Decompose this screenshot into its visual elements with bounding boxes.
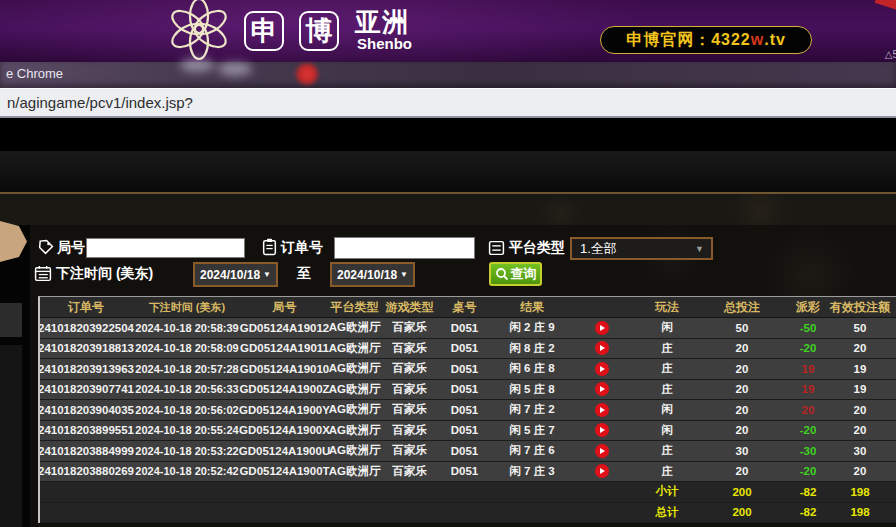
glow-decoration: [218, 62, 252, 76]
cell-play-type: 闲: [632, 318, 702, 338]
cell-order-no: 241018203922504: [40, 318, 132, 338]
badge-suffix: .tv: [764, 31, 786, 49]
cell-payout: 19: [782, 359, 834, 379]
cell-total-bet: 20: [702, 421, 782, 441]
cell-result: 闲 8 庄 2: [492, 339, 572, 359]
cell-replay: [572, 421, 632, 441]
cell-game-type: 百家乐: [382, 359, 437, 379]
brand-header: 申 博 亚洲 Shenbo 申博官网：4322w.tv △5: [0, 0, 896, 62]
glow-decoration: [180, 58, 214, 72]
url-text[interactable]: n/agingame/pcv1/index.jsp?: [7, 94, 193, 111]
corner-hint-text: △5: [885, 49, 896, 60]
total-payout: -82: [782, 503, 834, 523]
bet-time-label: 下注时间 (美东): [56, 265, 153, 283]
bet-records-table: 订单号 下注时间 (美东) 局号 平台类型 游戏类型 桌号 结果 玩法 总投注 …: [38, 296, 896, 523]
cell-replay: [572, 359, 632, 379]
cell-status: 详: [886, 421, 896, 441]
table-row: 241018203918813 2024-10-18 20:58:09 GD05…: [40, 339, 896, 360]
cell-total-bet: 20: [702, 359, 782, 379]
official-site-badge[interactable]: 申博官网：4322w.tv: [600, 26, 812, 54]
col-play-type: 玩法: [632, 297, 702, 317]
table-row: 241018203884999 2024-10-18 20:53:22 GD05…: [40, 441, 896, 462]
cell-platform-type: AG欧洲厅: [327, 421, 382, 441]
replay-play-button[interactable]: [595, 321, 609, 335]
cell-game-type: 百家乐: [382, 339, 437, 359]
to-label: 至: [297, 265, 311, 283]
gray-block-decoration: [0, 303, 22, 337]
table-body: 241018203922504 2024-10-18 20:58:39 GD05…: [40, 318, 896, 482]
date-from-picker[interactable]: 2024/10/18 ▼: [193, 262, 278, 287]
cell-bet-time: 2024-10-18 20:58:39: [132, 318, 242, 338]
cell-result: 闲 5 庄 7: [492, 421, 572, 441]
badge-prefix: 申博官网：: [626, 30, 711, 51]
cell-result: 闲 5 庄 8: [492, 380, 572, 400]
platform-type-label: 平台类型: [509, 239, 565, 257]
cell-payout: 20: [782, 400, 834, 420]
cell-valid-bet: 20: [834, 339, 886, 359]
replay-play-button[interactable]: [595, 362, 609, 376]
cell-status: 详: [886, 380, 896, 400]
cell-order-no: 241018203880269: [40, 462, 132, 482]
cell-status: 详: [886, 359, 896, 379]
cell-order-no: 241018203899551: [40, 421, 132, 441]
subtotal-label: 小计: [632, 482, 702, 502]
cell-game-no: GD05124A1900U: [242, 441, 327, 461]
badge-number: 4322: [711, 31, 751, 49]
subtotal-payout: -82: [782, 482, 834, 502]
tag-icon: [37, 239, 54, 256]
browser-tab-strip: e Chrome: [0, 62, 896, 88]
cell-order-no: 241018203884999: [40, 441, 132, 461]
cell-game-no: GD05124A19011: [242, 339, 327, 359]
cell-replay: [572, 400, 632, 420]
cell-payout: -20: [782, 462, 834, 482]
subtotal-valid: 198: [834, 482, 886, 502]
calendar-icon: [34, 265, 52, 282]
logo-char-bo: 博: [299, 11, 339, 51]
col-payout: 派彩: [782, 297, 834, 317]
cell-payout: -20: [782, 421, 834, 441]
replay-play-button[interactable]: [595, 341, 609, 355]
game-no-label: 局号: [57, 239, 85, 257]
cell-table-no: D051: [437, 441, 492, 461]
cell-total-bet: 30: [702, 441, 782, 461]
cell-play-type: 闲: [632, 400, 702, 420]
cell-table-no: D051: [437, 462, 492, 482]
chevron-down-icon: ▼: [695, 244, 704, 254]
cell-play-type: 庄: [632, 380, 702, 400]
cell-game-no: GD05124A1900T: [242, 462, 327, 482]
cell-valid-bet: 30: [834, 441, 886, 461]
cell-play-type: 闲: [632, 421, 702, 441]
replay-play-button[interactable]: [595, 403, 609, 417]
cell-replay: [572, 441, 632, 461]
date-to-picker[interactable]: 2024/10/18 ▼: [330, 262, 415, 287]
cell-payout: -30: [782, 441, 834, 461]
game-no-input[interactable]: [86, 238, 245, 258]
replay-play-button[interactable]: [595, 464, 609, 478]
replay-play-button[interactable]: [595, 423, 609, 437]
cell-play-type: 庄: [632, 339, 702, 359]
faint-column-decoration: [0, 345, 22, 527]
cell-game-type: 百家乐: [382, 400, 437, 420]
platform-select[interactable]: 1.全部 ▼: [570, 237, 713, 260]
browser-tab[interactable]: e Chrome: [6, 66, 63, 81]
cell-play-type: 庄: [632, 359, 702, 379]
cell-result: 闲 7 庄 6: [492, 441, 572, 461]
cell-game-no: GD05124A1900X: [242, 421, 327, 441]
search-button[interactable]: 查询: [489, 262, 542, 286]
table-row: 241018203913963 2024-10-18 20:57:28 GD05…: [40, 359, 896, 380]
replay-play-button[interactable]: [595, 444, 609, 458]
cell-game-type: 百家乐: [382, 421, 437, 441]
replay-play-button[interactable]: [595, 382, 609, 396]
cell-valid-bet: 50: [834, 318, 886, 338]
search-button-label: 查询: [511, 265, 537, 283]
col-game-no: 局号: [242, 297, 327, 317]
cell-table-no: D051: [437, 421, 492, 441]
cell-bet-time: 2024-10-18 20:52:42: [132, 462, 242, 482]
order-no-input[interactable]: [334, 237, 475, 259]
cell-table-no: D051: [437, 380, 492, 400]
cell-bet-time: 2024-10-18 20:53:22: [132, 441, 242, 461]
badge-red-char: w: [751, 31, 764, 49]
cell-total-bet: 20: [702, 462, 782, 482]
browser-url-bar[interactable]: n/agingame/pcv1/index.jsp?: [0, 88, 896, 118]
col-valid-bet: 有效投注额: [834, 297, 886, 317]
